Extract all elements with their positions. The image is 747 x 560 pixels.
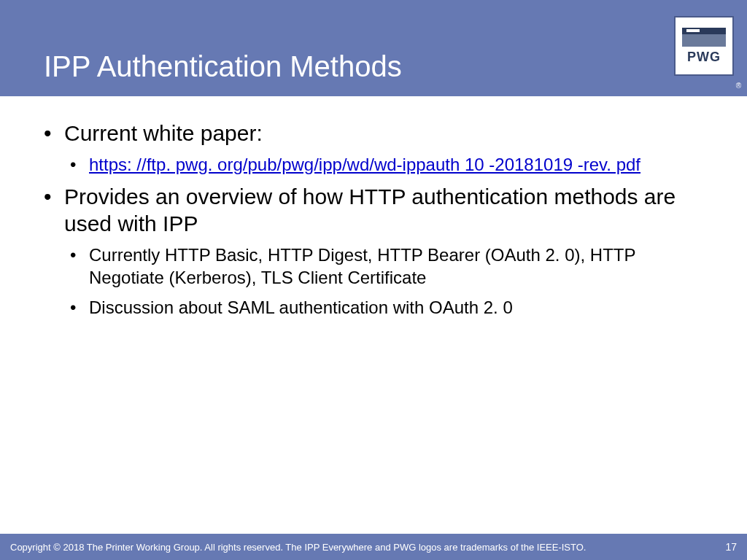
registered-mark: ® [736,82,741,90]
whitepaper-link[interactable]: https: //ftp. pwg. org/pub/pwg/ipp/wd/wd… [89,155,640,174]
page-number: 17 [725,541,737,553]
slide-footer: Copyright © 2018 The Printer Working Gro… [0,534,747,560]
slide-body: Current white paper: https: //ftp. pwg. … [0,96,747,319]
copyright-text: Copyright © 2018 The Printer Working Gro… [10,542,725,553]
bullet-link-item: https: //ftp. pwg. org/pub/pwg/ipp/wd/wd… [70,153,703,176]
bullet-current-paper: Current white paper: [44,120,703,147]
bullet-overview: Provides an overview of how HTTP authent… [44,183,703,238]
printer-icon [682,28,726,47]
slide-header: IPP Authentication Methods PWG ® [0,0,747,96]
slide-title: IPP Authentication Methods [44,50,402,83]
bullet-saml: Discussion about SAML authentication wit… [70,296,703,319]
pwg-logo: PWG [674,16,734,76]
logo-text: PWG [687,50,721,65]
bullet-methods: Currently HTTP Basic, HTTP Digest, HTTP … [70,244,703,289]
